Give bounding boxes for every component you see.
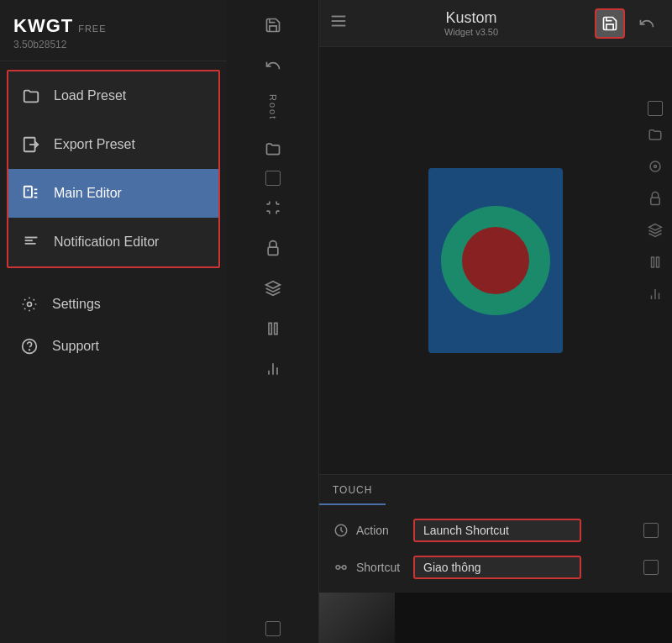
pause-icon[interactable] [256, 312, 290, 345]
sidebar-item-support[interactable]: Support [7, 325, 220, 367]
sidebar-item-settings[interactable]: Settings [7, 283, 220, 325]
top-bar: Kustom Widget v3.50 [319, 0, 672, 47]
sidebar-header: KWGT FREE 3.50b28512 [0, 0, 227, 61]
sidebar-bottom: Settings Support [0, 283, 227, 367]
sidebar-item-notification-editor[interactable]: Notification Editor [8, 218, 218, 266]
right-side-icons [638, 94, 672, 314]
layers-icon[interactable] [256, 271, 290, 305]
right-layers-icon[interactable] [642, 217, 669, 244]
checkbox-icon[interactable] [265, 171, 281, 186]
root-label: Root [268, 94, 278, 120]
svg-rect-22 [651, 198, 660, 204]
app-version: 3.50b28512 [13, 39, 213, 50]
top-bar-actions [595, 8, 662, 39]
chart-icon[interactable] [256, 352, 290, 386]
shortcut-value[interactable]: Giao thông [413, 556, 581, 579]
touch-fields: Action Launch Shortcut Shortcut Giao th [319, 505, 672, 593]
widget-circle-inner [462, 227, 529, 294]
right-pause-icon[interactable] [642, 249, 669, 276]
shortcut-checkbox[interactable] [643, 560, 659, 575]
svg-marker-11 [265, 282, 280, 288]
svg-rect-2 [24, 187, 32, 198]
svg-rect-10 [268, 247, 278, 255]
lock-icon[interactable] [256, 231, 290, 265]
sidebar-item-main-editor[interactable]: Main Editor [8, 169, 218, 218]
folder-icon [22, 87, 40, 105]
hamburger-icon[interactable] [329, 12, 348, 34]
svg-marker-23 [649, 224, 662, 231]
svg-rect-25 [657, 257, 659, 267]
center-panel: Root [227, 0, 319, 643]
gear-icon [20, 295, 39, 314]
right-chart-icon[interactable] [642, 281, 669, 308]
save-button[interactable] [595, 8, 625, 39]
touch-tab-label: TOUCH [333, 484, 372, 496]
undo-icon[interactable] [256, 49, 290, 82]
svg-rect-12 [269, 324, 271, 335]
main-content-wrapper: TOUCH Action Launch Shortcut [319, 47, 672, 643]
svg-rect-24 [652, 257, 654, 267]
app-title: KWGT FREE [13, 15, 213, 37]
sidebar: KWGT FREE 3.50b28512 Load Preset [0, 0, 227, 643]
action-value[interactable]: Launch Shortcut [413, 519, 581, 542]
right-lock-icon[interactable] [642, 185, 669, 212]
svg-point-9 [29, 350, 30, 350]
shortcut-label: Shortcut [356, 561, 407, 574]
touch-tab[interactable]: TOUCH [319, 475, 386, 505]
save-icon[interactable] [256, 8, 290, 42]
action-checkbox[interactable] [643, 523, 659, 538]
svg-rect-13 [274, 324, 276, 335]
sidebar-item-label: Settings [52, 297, 101, 312]
sidebar-item-label: Load Preset [54, 88, 126, 103]
editor-icon [22, 184, 40, 203]
app-name: KWGT [13, 15, 73, 37]
history-button[interactable] [632, 8, 662, 39]
top-bar-title: Kustom Widget v3.50 [358, 9, 585, 37]
widget-preview [428, 168, 563, 353]
svg-point-7 [28, 303, 32, 307]
notif-icon [22, 233, 40, 251]
shortcut-row: Shortcut Giao thông [319, 549, 672, 586]
action-label: Action [356, 524, 407, 537]
app-title-sub: Widget v3.50 [358, 27, 585, 37]
sidebar-item-load-preset[interactable]: Load Preset [8, 71, 218, 120]
app-badge: FREE [78, 24, 106, 34]
widget-circle-outer [441, 206, 550, 315]
app-title-main: Kustom [358, 9, 585, 27]
svg-point-30 [336, 566, 340, 570]
main-area: Kustom Widget v3.50 [319, 0, 672, 643]
svg-point-20 [650, 161, 660, 171]
checkbox-bottom-icon[interactable] [265, 621, 281, 636]
sidebar-item-label: Export Preset [54, 137, 135, 152]
folder-open-icon[interactable] [256, 132, 290, 166]
bottom-panel: TOUCH Action Launch Shortcut [319, 474, 672, 593]
right-crop-icon[interactable] [642, 153, 669, 180]
canvas-area[interactable] [319, 47, 672, 474]
export-icon [22, 135, 40, 154]
crop-icon[interactable] [256, 191, 290, 224]
action-row: Action Launch Shortcut [319, 512, 672, 549]
sidebar-item-label: Main Editor [54, 186, 122, 201]
svg-point-21 [654, 166, 657, 168]
svg-point-31 [343, 566, 347, 570]
right-folder-icon[interactable] [642, 121, 669, 148]
sidebar-item-label: Support [52, 339, 99, 354]
question-icon [20, 337, 39, 356]
sidebar-item-label: Notification Editor [54, 235, 159, 250]
sidebar-item-export-preset[interactable]: Export Preset [8, 120, 218, 169]
strip-image [319, 593, 395, 643]
menu-section: Load Preset Export Preset Ma [7, 70, 220, 268]
shortcut-icon [333, 559, 349, 576]
right-checkbox-icon[interactable] [648, 101, 663, 116]
action-icon [333, 522, 349, 539]
bottom-strip [319, 593, 672, 643]
